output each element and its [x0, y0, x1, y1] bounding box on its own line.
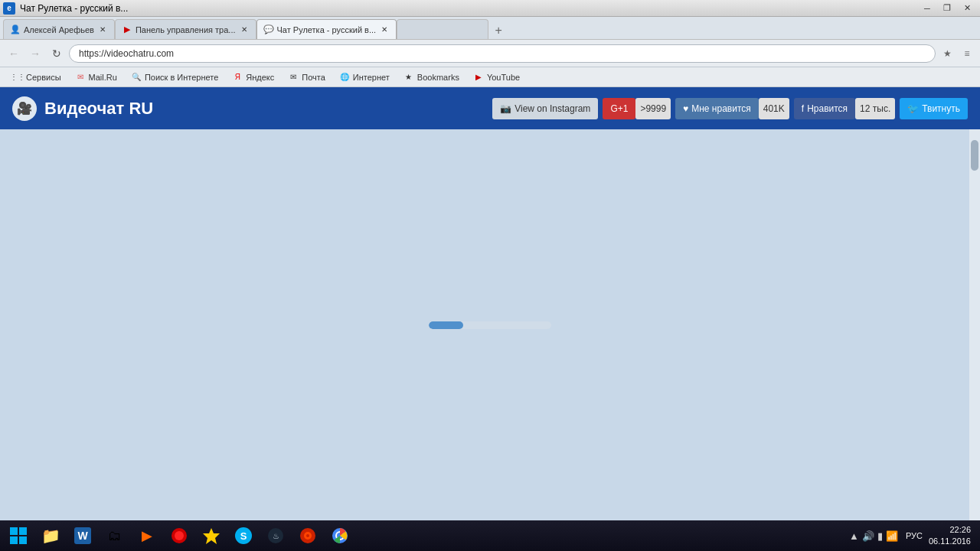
main-content — [0, 129, 980, 520]
system-clock[interactable]: 22:26 06.11.2016 — [929, 524, 971, 548]
menu-icon[interactable]: ≡ — [959, 45, 975, 62]
gplus-button[interactable]: G+1 — [603, 98, 635, 119]
tab-close-1[interactable]: ✕ — [97, 24, 108, 35]
fb-button[interactable]: f Нравится — [794, 98, 855, 119]
files-icon: 🗂 — [106, 527, 124, 545]
window-title: Чат Рулетка - русский в... — [20, 3, 128, 14]
svg-point-5 — [175, 531, 184, 540]
bookmarks-bar: ⋮⋮ Сервисы ✉ Mail.Ru 🔍 Поиск в Интернете… — [0, 67, 980, 87]
minimize-button[interactable]: ─ — [917, 2, 937, 15]
gplus-count: >9999 — [635, 98, 671, 119]
svg-text:♨: ♨ — [273, 532, 279, 540]
tab-3[interactable]: 💬 Чат Рулетка - русский в... ✕ — [256, 19, 397, 39]
word-icon: W — [74, 527, 91, 544]
taskbar-app2[interactable] — [292, 523, 323, 549]
instagram-icon: 📷 — [500, 103, 511, 114]
search-icon: 🔍 — [131, 72, 142, 83]
scrollbar-thumb[interactable] — [971, 140, 978, 171]
svg-marker-6 — [203, 528, 220, 544]
taskbar-word[interactable]: W — [67, 523, 98, 549]
tab-close-2[interactable]: ✕ — [239, 24, 250, 35]
chrome-icon — [331, 527, 349, 545]
tab-favicon-2: ▶ — [122, 24, 132, 35]
title-bar: e Чат Рулетка - русский в... ─ ❐ ✕ — [0, 0, 980, 17]
start-button[interactable] — [3, 522, 34, 549]
mailru-icon: ✉ — [75, 72, 86, 83]
tray-battery-icon: ▮ — [877, 530, 883, 542]
tab-1[interactable]: 👤 Алексей Арефьев ✕ — [3, 19, 115, 39]
site-header: 🎥 Видеочат RU 📷 View on Instagram G+1 >9… — [0, 87, 980, 129]
tray-icons: ▲ 🔊 ▮ 📶 — [849, 530, 898, 542]
twitter-button[interactable]: 🐦 Твитнуть — [900, 98, 968, 119]
tab-favicon-1: 👤 — [10, 24, 21, 35]
tab-4[interactable] — [397, 19, 488, 39]
close-button[interactable]: ✕ — [957, 2, 977, 15]
taskbar-steam[interactable]: ♨ — [260, 523, 291, 549]
site-logo[interactable]: 🎥 Видеочат RU — [12, 96, 153, 121]
new-tab-button[interactable]: + — [488, 22, 508, 39]
servisy-icon: ⋮⋮ — [12, 72, 23, 83]
bookmark-servisy[interactable]: ⋮⋮ Сервисы — [6, 69, 67, 86]
instagram-button[interactable]: 📷 View on Instagram — [492, 98, 598, 119]
bookmark-label-internet: Интернет — [353, 73, 390, 82]
address-bar: ← → ↻ ★ ≡ — [0, 40, 980, 67]
bookmark-mailru[interactable]: ✉ Mail.Ru — [69, 69, 123, 86]
vk-label: Мне нравится — [691, 103, 751, 114]
tab-2[interactable]: ▶ Панель управления тра... ✕ — [115, 19, 256, 39]
scrollbar-track[interactable] — [969, 129, 980, 520]
bookmark-youtube[interactable]: ▶ YouTube — [467, 69, 526, 86]
svg-rect-1 — [19, 527, 27, 535]
skype-icon: S — [235, 527, 252, 544]
windows-icon — [8, 525, 29, 546]
reload-button[interactable]: ↻ — [47, 44, 66, 63]
twitter-icon: 🐦 — [907, 103, 919, 114]
taskbar-media[interactable]: ▶ — [132, 523, 162, 549]
bookmark-internet[interactable]: 🌐 Интернет — [333, 69, 396, 86]
taskbar-skype[interactable]: S — [228, 523, 259, 549]
loading-bar-background — [429, 321, 551, 329]
loading-bar-fill — [429, 321, 463, 329]
bookmark-search[interactable]: 🔍 Поиск в Интернете — [125, 69, 224, 86]
vk-heart-icon: ♥ — [683, 103, 688, 114]
bookmark-label-servisy: Сервисы — [26, 73, 61, 82]
forward-button[interactable]: → — [26, 44, 44, 63]
taskbar-recorder[interactable] — [164, 523, 194, 549]
logo-icon: 🎥 — [12, 96, 37, 121]
svg-point-11 — [306, 534, 309, 537]
fb-icon: f — [802, 103, 804, 114]
taskbar-files[interactable]: 🗂 — [100, 523, 130, 549]
bookmark-label-youtube: YouTube — [487, 73, 520, 82]
tray-network-icon: ▲ — [849, 530, 859, 542]
steam-icon: ♨ — [266, 527, 285, 545]
fb-group: f Нравится 12 тыс. — [794, 98, 895, 119]
bookmark-yandex[interactable]: Я Яндекс — [226, 69, 280, 86]
restore-button[interactable]: ❐ — [937, 2, 957, 15]
tab-title-1: Алексей Арефьев — [24, 25, 94, 34]
bookmarks-icon: ★ — [403, 72, 414, 83]
vk-button[interactable]: ♥ Мне нравится — [675, 98, 759, 119]
language-indicator[interactable]: РУС — [906, 531, 923, 540]
address-input[interactable] — [69, 44, 936, 63]
tray-signal-icon: 📶 — [886, 530, 898, 542]
youtube-icon: ▶ — [473, 72, 484, 83]
app2-icon — [299, 527, 317, 545]
clock-date: 06.11.2016 — [929, 536, 971, 547]
loading-container — [429, 321, 551, 329]
vk-group: ♥ Мне нравится 401K — [675, 98, 789, 119]
taskbar-chrome[interactable] — [325, 523, 355, 549]
taskbar-app1[interactable] — [196, 523, 227, 549]
bookmark-bookmarks[interactable]: ★ Bookmarks — [397, 69, 466, 86]
tray-volume-icon: 🔊 — [862, 530, 874, 542]
svg-rect-0 — [10, 527, 18, 535]
yandex-icon: Я — [232, 72, 243, 83]
bookmark-label-yandex: Яндекс — [246, 73, 274, 82]
tab-close-3[interactable]: ✕ — [379, 24, 390, 35]
svg-rect-2 — [10, 536, 18, 544]
taskbar-explorer[interactable]: 📁 — [35, 523, 66, 549]
internet-icon: 🌐 — [339, 72, 350, 83]
tab-favicon-3: 💬 — [263, 24, 274, 35]
window-icon: e — [3, 2, 15, 15]
bookmark-pochta[interactable]: ✉ Почта — [282, 69, 332, 86]
star-icon[interactable]: ★ — [939, 45, 956, 62]
back-button[interactable]: ← — [5, 44, 23, 63]
